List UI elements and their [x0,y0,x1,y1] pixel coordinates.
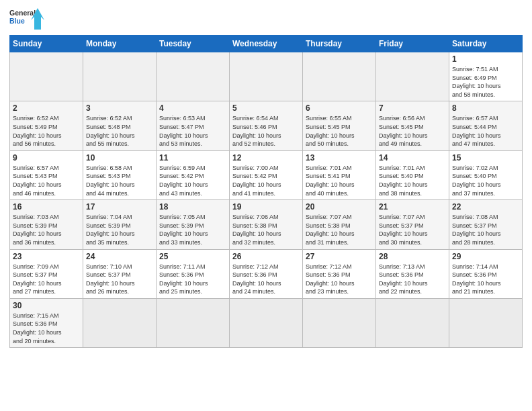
day-info: Sunrise: 7:12 AMSunset: 5:36 PMDaylight:… [306,263,373,296]
calendar-cell [303,52,376,101]
calendar-week-row: 9Sunrise: 6:57 AMSunset: 5:43 PMDaylight… [10,150,523,199]
calendar-cell [376,52,449,101]
weekday-header-wednesday: Wednesday [230,36,303,52]
calendar-cell: 24Sunrise: 7:10 AMSunset: 5:37 PMDayligh… [83,249,157,298]
day-number: 19 [232,202,300,212]
day-number: 1 [452,54,519,64]
day-info: Sunrise: 6:55 AMSunset: 5:45 PMDaylight:… [306,114,373,148]
calendar-cell: 25Sunrise: 7:11 AMSunset: 5:36 PMDayligh… [157,249,230,298]
day-info: Sunrise: 6:58 AMSunset: 5:43 PMDaylight:… [86,164,153,197]
day-number: 29 [452,252,519,261]
day-info: Sunrise: 7:51 AMSunset: 6:49 PMDaylight:… [452,65,519,99]
weekday-header-row: SundayMondayTuesdayWednesdayThursdayFrid… [10,36,523,52]
calendar-cell: 2Sunrise: 6:52 AMSunset: 5:49 PMDaylight… [10,101,83,150]
day-number: 20 [306,202,373,212]
day-info: Sunrise: 6:56 AMSunset: 5:45 PMDaylight:… [379,114,446,148]
day-info: Sunrise: 7:07 AMSunset: 5:38 PMDaylight:… [306,213,373,246]
calendar-cell [157,298,230,347]
calendar-cell [83,52,157,101]
day-info: Sunrise: 7:06 AMSunset: 5:38 PMDaylight:… [232,213,300,246]
calendar-cell: 29Sunrise: 7:14 AMSunset: 5:36 PMDayligh… [449,249,523,298]
calendar-cell [376,298,449,347]
day-number: 5 [232,103,300,113]
calendar-cell: 6Sunrise: 6:55 AMSunset: 5:45 PMDaylight… [303,101,376,150]
logo: General Blue [9,7,44,31]
day-info: Sunrise: 7:04 AMSunset: 5:39 PMDaylight:… [86,213,153,246]
calendar-cell [10,52,83,101]
day-number: 28 [379,252,446,261]
day-number: 25 [159,252,226,261]
day-info: Sunrise: 7:03 AMSunset: 5:39 PMDaylight:… [13,213,80,246]
day-number: 8 [452,103,519,113]
weekday-header-saturday: Saturday [449,36,523,52]
day-number: 18 [159,202,226,212]
calendar-cell: 5Sunrise: 6:54 AMSunset: 5:46 PMDaylight… [230,101,303,150]
calendar-cell: 13Sunrise: 7:01 AMSunset: 5:41 PMDayligh… [303,150,376,199]
weekday-header-sunday: Sunday [10,36,83,52]
day-number: 21 [379,202,446,212]
weekday-header-friday: Friday [376,36,449,52]
day-info: Sunrise: 7:15 AMSunset: 5:36 PMDaylight:… [13,312,80,345]
calendar-cell [83,298,157,347]
calendar-page: General Blue SundayMondayTuesdayWednesda… [0,0,532,411]
day-info: Sunrise: 6:59 AMSunset: 5:42 PMDaylight:… [159,164,226,197]
calendar-cell: 12Sunrise: 7:00 AMSunset: 5:42 PMDayligh… [230,150,303,199]
day-number: 14 [379,153,446,163]
calendar-cell: 15Sunrise: 7:02 AMSunset: 5:40 PMDayligh… [449,150,523,199]
day-info: Sunrise: 7:08 AMSunset: 5:37 PMDaylight:… [452,213,519,246]
day-info: Sunrise: 7:11 AMSunset: 5:36 PMDaylight:… [159,263,226,296]
calendar-cell: 30Sunrise: 7:15 AMSunset: 5:36 PMDayligh… [10,298,83,347]
calendar-week-row: 23Sunrise: 7:09 AMSunset: 5:37 PMDayligh… [10,249,523,298]
day-number: 22 [452,202,519,212]
day-number: 12 [232,153,300,163]
day-info: Sunrise: 7:01 AMSunset: 5:40 PMDaylight:… [379,164,446,197]
calendar-cell: 20Sunrise: 7:07 AMSunset: 5:38 PMDayligh… [303,200,376,249]
day-info: Sunrise: 7:09 AMSunset: 5:37 PMDaylight:… [13,263,80,296]
calendar-cell [449,298,523,347]
calendar-cell: 14Sunrise: 7:01 AMSunset: 5:40 PMDayligh… [376,150,449,199]
day-number: 17 [86,202,153,212]
day-info: Sunrise: 7:02 AMSunset: 5:40 PMDaylight:… [452,164,519,197]
calendar-cell: 21Sunrise: 7:07 AMSunset: 5:37 PMDayligh… [376,200,449,249]
day-number: 3 [86,103,153,113]
day-info: Sunrise: 7:00 AMSunset: 5:42 PMDaylight:… [232,164,300,197]
weekday-header-monday: Monday [83,36,157,52]
calendar-cell: 19Sunrise: 7:06 AMSunset: 5:38 PMDayligh… [230,200,303,249]
calendar-cell: 1Sunrise: 7:51 AMSunset: 6:49 PMDaylight… [449,52,523,101]
calendar-cell: 9Sunrise: 6:57 AMSunset: 5:43 PMDaylight… [10,150,83,199]
logo-svg: General Blue [9,7,44,31]
day-info: Sunrise: 6:52 AMSunset: 5:48 PMDaylight:… [86,114,153,148]
day-number: 16 [13,202,80,212]
calendar-cell: 4Sunrise: 6:53 AMSunset: 5:47 PMDaylight… [157,101,230,150]
calendar-cell: 3Sunrise: 6:52 AMSunset: 5:48 PMDaylight… [83,101,157,150]
svg-text:Blue: Blue [9,17,25,25]
day-info: Sunrise: 7:12 AMSunset: 5:36 PMDaylight:… [232,263,300,296]
day-number: 10 [86,153,153,163]
weekday-header-thursday: Thursday [303,36,376,52]
calendar-cell: 11Sunrise: 6:59 AMSunset: 5:42 PMDayligh… [157,150,230,199]
weekday-header-tuesday: Tuesday [157,36,230,52]
calendar-cell: 27Sunrise: 7:12 AMSunset: 5:36 PMDayligh… [303,249,376,298]
day-number: 23 [13,252,80,261]
day-number: 30 [13,301,80,310]
calendar-cell: 16Sunrise: 7:03 AMSunset: 5:39 PMDayligh… [10,200,83,249]
calendar-cell: 28Sunrise: 7:13 AMSunset: 5:36 PMDayligh… [376,249,449,298]
day-info: Sunrise: 6:54 AMSunset: 5:46 PMDaylight:… [232,114,300,148]
day-info: Sunrise: 6:57 AMSunset: 5:44 PMDaylight:… [452,114,519,148]
day-number: 7 [379,103,446,113]
day-number: 27 [306,252,373,261]
day-info: Sunrise: 7:10 AMSunset: 5:37 PMDaylight:… [86,263,153,296]
calendar-cell: 7Sunrise: 6:56 AMSunset: 5:45 PMDaylight… [376,101,449,150]
calendar-cell [157,52,230,101]
calendar-cell [230,298,303,347]
calendar-cell [303,298,376,347]
day-info: Sunrise: 7:14 AMSunset: 5:36 PMDaylight:… [452,263,519,296]
day-info: Sunrise: 6:52 AMSunset: 5:49 PMDaylight:… [13,114,80,148]
calendar-week-row: 1Sunrise: 7:51 AMSunset: 6:49 PMDaylight… [10,52,523,101]
calendar-cell: 17Sunrise: 7:04 AMSunset: 5:39 PMDayligh… [83,200,157,249]
day-number: 6 [306,103,373,113]
calendar-cell: 23Sunrise: 7:09 AMSunset: 5:37 PMDayligh… [10,249,83,298]
calendar-table: SundayMondayTuesdayWednesdayThursdayFrid… [9,35,523,348]
day-number: 4 [159,103,226,113]
calendar-week-row: 30Sunrise: 7:15 AMSunset: 5:36 PMDayligh… [10,298,523,347]
